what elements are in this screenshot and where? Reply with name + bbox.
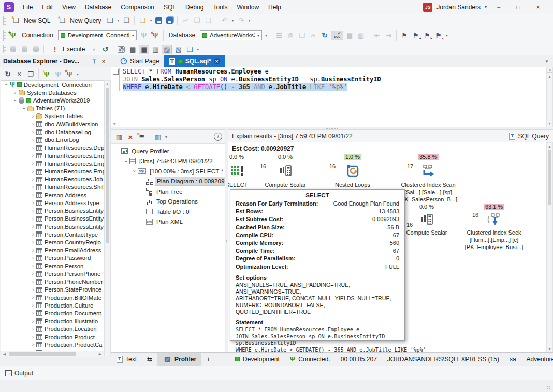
collapse-icon[interactable]: ›: [4, 81, 9, 88]
compute-scalar-node-icon[interactable]: [279, 164, 292, 178]
explain-vertical-scrollbar[interactable]: ▲ ▼: [546, 142, 553, 353]
tab-profiler-view[interactable]: Profiler: [157, 353, 201, 366]
menu-tools[interactable]: Tools: [208, 1, 232, 14]
close-panel-icon[interactable]: ×: [99, 58, 108, 64]
new-window-button[interactable]: [121, 16, 132, 26]
compute-scalar-node-icon[interactable]: [420, 213, 433, 226]
tab-output[interactable]: → Output: [0, 370, 38, 377]
expand-icon[interactable]: ›: [30, 342, 36, 347]
expand-icon[interactable]: ›: [30, 121, 36, 127]
profiler-item-plan-diagram-0-009209-[interactable]: Plan Diagram : 0.009209...: [111, 177, 225, 187]
save-button[interactable]: [153, 16, 164, 26]
copy-button[interactable]: [191, 16, 202, 26]
user-avatar[interactable]: JS: [423, 3, 432, 12]
uncomment-button[interactable]: [355, 30, 367, 40]
database-tool-button-1[interactable]: [7, 44, 19, 54]
dropdown-caret-icon[interactable]: ▾: [444, 33, 449, 38]
dropdown-caret-icon[interactable]: ▾: [75, 72, 80, 77]
undo-button[interactable]: [219, 16, 230, 26]
sql-editor[interactable]: − SELECT * FROM HumanResources.Employee …: [111, 67, 553, 127]
code-line[interactable]: JOIN Sales.SalesPerson sp ON e.BusinessE…: [123, 76, 381, 83]
expand-icon[interactable]: ›: [30, 153, 36, 158]
explorer-delete-button[interactable]: [13, 69, 25, 79]
connect-button[interactable]: [138, 30, 150, 40]
profiler-item-top-operations[interactable]: Top Operations: [111, 197, 225, 207]
parameters-button[interactable]: [115, 44, 127, 54]
compare-button[interactable]: [150, 44, 161, 54]
code-line[interactable]: SELECT * FROM HumanResources.Employee e: [123, 68, 381, 76]
execute-button[interactable]: Execute: [46, 44, 88, 54]
export-button[interactable]: [184, 44, 195, 54]
database-combo[interactable]: AdventureWorks20...▾: [200, 30, 262, 40]
add-view-button[interactable]: +: [201, 353, 215, 366]
collapse-icon[interactable]: ›: [12, 97, 18, 104]
profiler-clear-button[interactable]: [136, 132, 148, 142]
profiler-item-plan-xml[interactable]: Plan XML: [111, 217, 225, 227]
menu-sql[interactable]: SQL: [159, 1, 181, 14]
explorer-item-production-document[interactable]: ›Production.Document: [1, 309, 104, 317]
scroll-up-icon[interactable]: ▲: [547, 73, 552, 80]
expand-icon[interactable]: ›: [132, 168, 137, 175]
explorer-item-tables-71-[interactable]: ›Tables (71): [1, 105, 104, 112]
collapse-icon[interactable]: ›: [21, 105, 27, 112]
scroll-up-icon[interactable]: ▲: [547, 143, 552, 150]
sql-query-badge[interactable]: SQL Query: [509, 133, 549, 140]
expand-icon[interactable]: ›: [30, 145, 36, 151]
explorer-item-person-stateprovince[interactable]: ›Person.StateProvince: [1, 286, 104, 294]
save-all-button[interactable]: [164, 16, 175, 26]
expand-icon[interactable]: ›: [30, 224, 36, 229]
explorer-item-person-phonenumber[interactable]: ›Person.PhoneNumber: [1, 278, 104, 285]
explorer-item-production-illustratio[interactable]: ›Production.Illustratio: [1, 317, 104, 325]
code-line[interactable]: WHERE e.HireDate < GETDATE() - 365 AND e…: [123, 83, 381, 91]
disconnect-button[interactable]: [150, 30, 161, 40]
explorer-item-humanresources-job[interactable]: ›HumanResources.Job: [1, 176, 104, 183]
dropdown-caret-icon[interactable]: ▾: [264, 33, 269, 38]
new-connection-button[interactable]: [7, 30, 19, 40]
swap-views-button[interactable]: ⇆: [142, 353, 157, 366]
maximize-button[interactable]: □: [511, 4, 526, 11]
menu-file[interactable]: File: [18, 1, 37, 14]
comment-button[interactable]: [344, 30, 355, 40]
tab-sql-document[interactable]: SQL.sql* ✕: [164, 55, 225, 67]
new-sql-button[interactable]: New SQL: [7, 16, 53, 26]
tab-start-page[interactable]: Start Page: [115, 55, 164, 67]
validate-sql-button[interactable]: [330, 30, 344, 40]
expand-icon[interactable]: ›: [30, 177, 36, 182]
menu-view[interactable]: View: [57, 1, 80, 14]
new-query-button[interactable]: New Query: [53, 16, 104, 26]
snippet-button[interactable]: [285, 30, 296, 40]
expand-icon[interactable]: ›: [30, 137, 36, 143]
explorer-item-person-contacttype[interactable]: ›Person.ContactType: [1, 230, 104, 238]
paste-button[interactable]: [202, 16, 214, 26]
expand-icon[interactable]: ›: [30, 326, 36, 332]
clustered-index-seek-node-icon[interactable]: (: [487, 213, 501, 226]
expand-icon[interactable]: ›: [30, 302, 36, 308]
menu-debug[interactable]: Debug: [181, 1, 208, 14]
explorer-item-humanresources-emp[interactable]: ›HumanResources.Emp: [1, 152, 104, 159]
cut-button[interactable]: [180, 16, 191, 26]
expand-icon[interactable]: ›: [30, 279, 36, 285]
editor-hsplit-grip[interactable]: ◂▸: [113, 121, 115, 126]
scroll-down-icon[interactable]: ▼: [547, 120, 552, 127]
scroll-right-icon[interactable]: ▶: [97, 352, 104, 356]
dropdown-caret-icon[interactable]: ▾: [246, 18, 252, 23]
expand-icon[interactable]: ›: [30, 287, 36, 293]
expand-icon[interactable]: ›: [30, 271, 36, 277]
close-button[interactable]: ×: [530, 4, 546, 11]
profiler-delete-button[interactable]: [125, 132, 136, 142]
minimize-button[interactable]: −: [491, 4, 506, 11]
expand-icon[interactable]: ›: [30, 208, 36, 214]
scroll-down-icon[interactable]: ▼: [547, 345, 552, 352]
nested-loops-node-icon[interactable]: [346, 164, 359, 178]
menu-window[interactable]: Window: [232, 1, 264, 14]
explorer-item-person-countryregio[interactable]: ›Person.CountryRegio: [1, 238, 104, 246]
explorer-refresh-button[interactable]: [2, 69, 13, 79]
open-file-button[interactable]: [137, 16, 148, 26]
explorer-item-development-connection[interactable]: ›ΨDevelopment_Connection: [1, 81, 104, 89]
user-menu-caret-icon[interactable]: ▾: [485, 5, 487, 9]
expand-icon[interactable]: ›: [12, 90, 19, 95]
explorer-item-person-address[interactable]: ›Person.Address: [1, 191, 104, 199]
decrease-indent-button[interactable]: [371, 30, 383, 40]
next-bookmark-button[interactable]: [421, 30, 433, 40]
explorer-item-production-product[interactable]: ›Production.Product: [1, 333, 104, 341]
